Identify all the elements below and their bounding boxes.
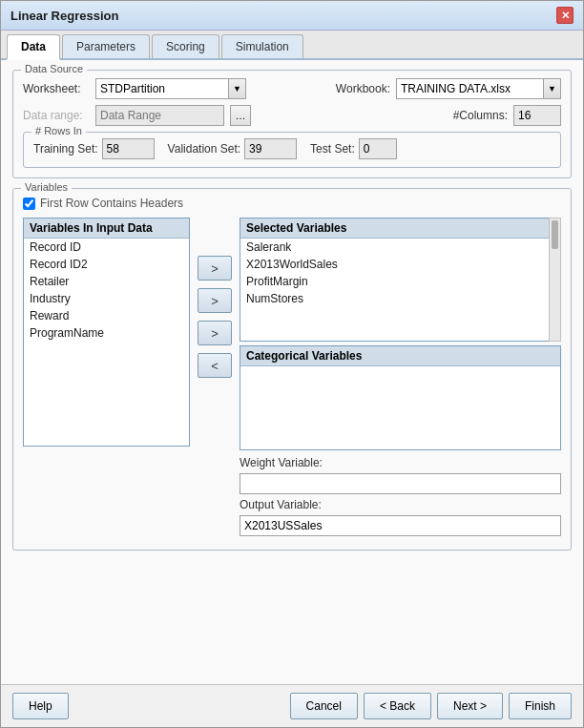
help-button[interactable]: Help [12,693,69,719]
list-item[interactable]: X2013WorldSales [240,256,549,273]
list-item[interactable]: Industry [24,290,189,307]
list-item[interactable]: ProfitMargin [240,273,549,290]
categorical-variables-header: Categorical Variables [240,346,560,366]
variables-group-title: Variables [21,181,72,193]
weight-output-section: Weight Variable: Output Variable: [240,456,561,540]
output-input[interactable] [240,515,561,536]
selected-vars-scrollbar[interactable] [549,218,561,342]
workbook-value: TRAINING DATA.xlsx [396,78,544,99]
selected-variables-listbox[interactable]: Selected Variables Salerank X2013WorldSa… [240,218,549,342]
variables-group: Variables First Row Contains Headers Var… [12,188,572,551]
worksheet-row: Worksheet: STDPartition ▼ Workbook: TRAI… [23,78,561,99]
content-area: Data Source Worksheet: STDPartition ▼ Wo… [1,60,583,684]
main-window: Linear Regression ✕ Data Parameters Scor… [0,0,584,728]
footer: Help Cancel < Back Next > Finish [1,684,583,727]
test-label: Test Set: [310,142,355,156]
worksheet-label: Worksheet: [23,82,90,95]
validation-label: Validation Set: [168,142,241,156]
data-source-group: Data Source Worksheet: STDPartition ▼ Wo… [12,70,572,178]
weight-variable-row: Weight Variable: [240,456,561,469]
validation-set-item: Validation Set: [168,138,298,159]
training-label: Training Set: [33,142,98,156]
worksheet-dropdown-arrow[interactable]: ▼ [229,78,246,99]
close-button[interactable]: ✕ [556,7,574,24]
data-range-input[interactable] [95,105,224,126]
rows-group: # Rows In Training Set: Validation Set: … [23,132,561,168]
list-item[interactable]: Salerank [240,239,549,256]
cancel-button[interactable]: Cancel [290,693,358,719]
data-range-label: Data range: [23,109,90,122]
data-range-row: Data range: … #Columns: 16 [23,105,561,126]
output-label: Output Variable: [240,498,322,511]
right-panel: Selected Variables Salerank X2013WorldSa… [240,218,561,540]
back-button[interactable]: < Back [364,693,431,719]
workbook-select[interactable]: TRAINING DATA.xlsx ▼ [396,78,561,99]
selected-vars-scrollbar-thumb [552,220,558,249]
selected-vars-container: Selected Variables Salerank X2013WorldSa… [240,218,561,342]
workbook-dropdown-arrow[interactable]: ▼ [544,78,561,99]
list-item[interactable]: Retailer [24,273,189,290]
finish-button[interactable]: Finish [509,693,572,719]
move-to-selected-button[interactable]: > [198,256,232,281]
first-row-checkbox-row: First Row Contains Headers [23,197,561,210]
tab-scoring[interactable]: Scoring [152,34,219,58]
validation-input[interactable] [244,138,297,159]
rows-row: Training Set: Validation Set: Test Set: [33,138,551,159]
title-bar: Linear Regression ✕ [1,1,583,31]
variables-main-area: Variables In Input Data Record ID Record… [23,218,561,540]
weight-input[interactable] [240,473,561,494]
categorical-variables-listbox[interactable]: Categorical Variables [240,345,561,450]
input-variables-header: Variables In Input Data [24,218,189,239]
move-to-weight-button[interactable]: > [198,321,232,345]
output-input-row [240,515,561,536]
move-to-categorical-button[interactable]: > [198,288,232,313]
window-title: Linear Regression [10,9,118,23]
list-item[interactable]: ProgramName [24,324,189,342]
columns-label: #Columns: [453,109,508,122]
columns-value: 16 [513,105,561,126]
output-variable-row: Output Variable: [240,498,561,511]
list-item[interactable]: NumStores [240,290,549,307]
rows-group-title: # Rows In [31,125,86,136]
list-item[interactable]: Record ID2 [24,256,189,273]
tab-bar: Data Parameters Scoring Simulation [1,31,583,60]
tab-parameters[interactable]: Parameters [62,34,150,58]
list-item[interactable]: Reward [24,307,189,324]
first-row-checkbox[interactable] [23,198,35,210]
first-row-label: First Row Contains Headers [40,197,183,210]
weight-label: Weight Variable: [240,456,323,469]
workbook-label: Workbook: [336,82,390,95]
move-left-button[interactable]: < [198,353,232,378]
transfer-buttons: > > > < [190,246,240,387]
worksheet-value: STDPartition [95,78,229,99]
test-set-item: Test Set: [310,138,397,159]
data-range-browse-button[interactable]: … [230,105,251,126]
next-button[interactable]: Next > [437,693,503,719]
worksheet-select[interactable]: STDPartition ▼ [95,78,246,99]
weight-input-row [240,473,561,494]
training-input[interactable] [102,138,155,159]
test-input[interactable] [359,138,397,159]
tab-simulation[interactable]: Simulation [221,34,303,58]
training-set-item: Training Set: [33,138,155,159]
selected-variables-header: Selected Variables [240,218,549,239]
tab-data[interactable]: Data [7,34,60,60]
list-item[interactable]: Record ID [24,239,189,256]
data-source-title: Data Source [21,63,87,74]
input-variables-listbox[interactable]: Variables In Input Data Record ID Record… [23,218,190,447]
footer-right-buttons: Cancel < Back Next > Finish [290,693,572,719]
